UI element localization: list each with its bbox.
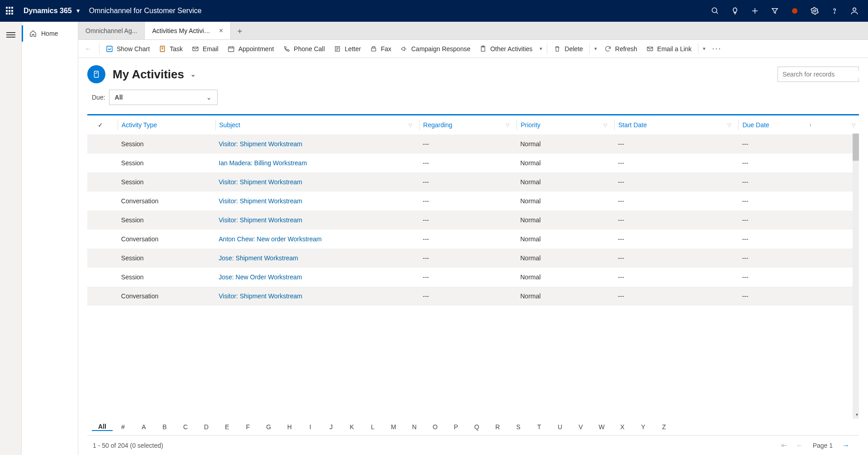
cell-subject[interactable]: Visitor: Shipment Workstream bbox=[212, 211, 416, 230]
sort-asc-icon[interactable]: ↑ bbox=[809, 122, 812, 128]
alpha-filter-item[interactable]: X bbox=[612, 423, 633, 431]
alpha-filter-item[interactable]: K bbox=[342, 423, 362, 431]
row-checkbox[interactable] bbox=[87, 268, 114, 287]
table-row[interactable]: ConversationAnton Chew: New order Workst… bbox=[87, 230, 859, 249]
alpha-filter-item[interactable]: F bbox=[237, 423, 258, 431]
more-commands-button[interactable]: ··· bbox=[708, 44, 725, 53]
filter-icon[interactable]: ▽ bbox=[408, 122, 412, 128]
filter-icon[interactable]: ▽ bbox=[852, 122, 855, 128]
cell-subject[interactable]: Ian Madera: Billing Workstream bbox=[212, 153, 416, 172]
scrollbar-thumb[interactable] bbox=[853, 134, 859, 161]
prev-page-button[interactable]: ← bbox=[792, 441, 807, 450]
alpha-filter-item[interactable]: # bbox=[113, 423, 133, 431]
search-records[interactable] bbox=[778, 67, 859, 82]
column-activity-type[interactable]: Activity Type bbox=[114, 115, 212, 134]
appointment-button[interactable]: Appointment bbox=[223, 41, 279, 57]
campaign-response-button[interactable]: Campaign Response bbox=[396, 41, 475, 57]
alpha-filter-item[interactable]: B bbox=[154, 423, 175, 431]
column-subject[interactable]: Subject▽ bbox=[212, 115, 416, 134]
tab-omnichannel-agent[interactable]: Omnichannel Ag... bbox=[78, 22, 145, 39]
row-checkbox[interactable] bbox=[87, 287, 114, 306]
table-row[interactable]: SessionJose: New Order Workstream---Norm… bbox=[87, 268, 859, 287]
product-switcher[interactable]: Dynamics 365 ▼ bbox=[24, 7, 81, 15]
account-icon[interactable] bbox=[850, 6, 859, 15]
email-link-button[interactable]: Email a Link bbox=[642, 41, 696, 57]
table-row[interactable]: ConversationVisitor: Shipment Workstream… bbox=[87, 287, 859, 306]
vertical-scrollbar[interactable] bbox=[853, 134, 859, 419]
table-row[interactable]: SessionVisitor: Shipment Workstream---No… bbox=[87, 211, 859, 230]
alpha-filter-item[interactable]: M bbox=[383, 423, 404, 431]
tab-add-button[interactable]: ＋ bbox=[231, 22, 249, 39]
fax-button[interactable]: Fax bbox=[365, 41, 396, 57]
alpha-filter-item[interactable]: E bbox=[217, 423, 237, 431]
row-checkbox[interactable] bbox=[87, 249, 114, 268]
alpha-filter-item[interactable]: S bbox=[508, 423, 529, 431]
app-launcher-icon[interactable] bbox=[5, 6, 14, 15]
alpha-filter-item[interactable]: C bbox=[175, 423, 196, 431]
cell-subject[interactable]: Visitor: Shipment Workstream bbox=[212, 134, 416, 153]
show-chart-button[interactable]: Show Chart bbox=[101, 41, 154, 57]
chevron-down-icon[interactable]: ▾ bbox=[537, 46, 545, 52]
table-row[interactable]: SessionVisitor: Shipment Workstream---No… bbox=[87, 134, 859, 153]
presence-indicator-icon[interactable] bbox=[790, 6, 799, 15]
close-icon[interactable]: × bbox=[219, 27, 223, 35]
view-selector[interactable]: My Activities ⌄ bbox=[113, 67, 196, 81]
filter-icon[interactable]: ▽ bbox=[506, 122, 509, 128]
phone-call-button[interactable]: Phone Call bbox=[279, 41, 330, 57]
column-start-date[interactable]: Start Date▽ bbox=[611, 115, 735, 134]
column-due-date[interactable]: Due Date↑▽ bbox=[735, 115, 859, 134]
alpha-filter-item[interactable]: I bbox=[300, 423, 321, 431]
other-activities-button[interactable]: Other Activities bbox=[475, 41, 537, 57]
row-checkbox[interactable] bbox=[87, 172, 114, 192]
back-button[interactable]: ← bbox=[82, 43, 95, 55]
cell-subject[interactable]: Jose: Shipment Workstream bbox=[212, 249, 416, 268]
settings-icon[interactable] bbox=[810, 6, 819, 15]
alpha-filter-item[interactable]: O bbox=[425, 423, 446, 431]
alpha-filter-item[interactable]: W bbox=[591, 423, 612, 431]
refresh-button[interactable]: Refresh bbox=[600, 41, 642, 57]
chevron-down-icon[interactable]: ▾ bbox=[592, 46, 600, 52]
table-row[interactable]: SessionJose: Shipment Workstream---Norma… bbox=[87, 249, 859, 268]
email-button[interactable]: Email bbox=[187, 41, 223, 57]
column-select-all[interactable]: ✓ bbox=[87, 115, 114, 134]
sidebar-item-home[interactable]: Home bbox=[22, 25, 78, 42]
alpha-filter-item[interactable]: J bbox=[321, 423, 342, 431]
search-icon[interactable] bbox=[711, 6, 720, 15]
help-icon[interactable] bbox=[830, 6, 839, 15]
chevron-down-icon[interactable]: ▾ bbox=[700, 46, 708, 52]
alpha-filter-item[interactable]: H bbox=[279, 423, 300, 431]
row-checkbox[interactable] bbox=[87, 134, 114, 153]
alpha-filter-item[interactable]: A bbox=[133, 423, 154, 431]
cell-subject[interactable]: Visitor: Shipment Workstream bbox=[212, 172, 416, 192]
row-checkbox[interactable] bbox=[87, 230, 114, 249]
alpha-filter-item[interactable]: G bbox=[258, 423, 279, 431]
task-button[interactable]: Task bbox=[154, 41, 187, 57]
row-checkbox[interactable] bbox=[87, 211, 114, 230]
cell-subject[interactable]: Visitor: Shipment Workstream bbox=[212, 287, 416, 306]
alpha-filter-item[interactable]: V bbox=[570, 423, 591, 431]
cell-subject[interactable]: Jose: New Order Workstream bbox=[212, 268, 416, 287]
alpha-filter-item[interactable]: D bbox=[196, 423, 217, 431]
alpha-filter-item[interactable]: T bbox=[529, 423, 550, 431]
chevron-down-icon[interactable]: ▾ bbox=[856, 412, 858, 417]
alpha-filter-item[interactable]: Q bbox=[466, 423, 487, 431]
cell-subject[interactable]: Anton Chew: New order Workstream bbox=[212, 230, 416, 249]
filter-icon[interactable]: ▽ bbox=[727, 122, 731, 128]
alpha-filter-item[interactable]: L bbox=[362, 423, 383, 431]
table-row[interactable]: SessionIan Madera: Billing Workstream---… bbox=[87, 153, 859, 172]
alpha-filter-item[interactable]: Y bbox=[633, 423, 654, 431]
ideas-icon[interactable] bbox=[730, 6, 740, 15]
add-icon[interactable] bbox=[750, 6, 759, 15]
alpha-filter-item[interactable]: R bbox=[487, 423, 508, 431]
filter-icon[interactable] bbox=[770, 6, 779, 15]
letter-button[interactable]: Letter bbox=[329, 41, 365, 57]
alpha-filter-item[interactable]: All bbox=[92, 423, 113, 431]
table-row[interactable]: ConversationVisitor: Shipment Workstream… bbox=[87, 192, 859, 211]
hamburger-icon[interactable] bbox=[6, 31, 15, 38]
cell-subject[interactable]: Visitor: Shipment Workstream bbox=[212, 192, 416, 211]
tab-activities[interactable]: Activities My Activities × bbox=[145, 22, 231, 39]
table-row[interactable]: SessionVisitor: Shipment Workstream---No… bbox=[87, 172, 859, 192]
row-checkbox[interactable] bbox=[87, 192, 114, 211]
filter-icon[interactable]: ▽ bbox=[603, 122, 607, 128]
column-regarding[interactable]: Regarding▽ bbox=[416, 115, 513, 134]
